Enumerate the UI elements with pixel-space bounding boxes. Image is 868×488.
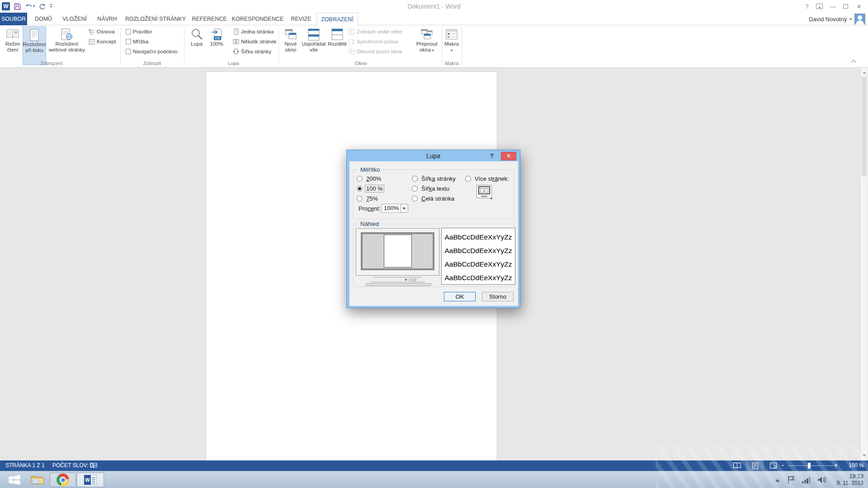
radio-200[interactable] <box>357 176 363 182</box>
tab-revize[interactable]: REVIZE <box>288 13 315 25</box>
tab-rozlozeni-stranky[interactable]: ROZLOŽENÍ STRÁNKY <box>123 13 188 25</box>
help-button[interactable]: ? <box>802 0 812 13</box>
gridlines-checkbox-box[interactable] <box>126 39 131 44</box>
radio-whole-page[interactable] <box>412 196 418 202</box>
maximize-button[interactable] <box>840 0 851 13</box>
vertical-scrollbar[interactable] <box>860 68 868 460</box>
redo-button[interactable] <box>37 1 47 12</box>
chrome-taskbar-button[interactable] <box>50 473 76 487</box>
many-pages-monitor-button[interactable] <box>476 185 492 198</box>
print-layout-view-button[interactable] <box>746 460 764 471</box>
tab-navrh[interactable]: NÁVRH <box>94 13 120 25</box>
preview-line: AaBbCcDdEeXxYyZz <box>442 258 515 271</box>
dialog-help-button[interactable]: ? <box>490 152 494 160</box>
network-signal-icon[interactable] <box>799 476 814 484</box>
view-side-by-side-icon <box>348 29 355 35</box>
ruler-checkbox[interactable]: Pravítko <box>126 28 152 36</box>
radio-many-pages-label[interactable]: Více stránek: <box>475 175 509 182</box>
radio-100[interactable] <box>357 186 363 192</box>
proofing-status-button[interactable] <box>87 460 99 471</box>
new-window-button[interactable]: Nové okno <box>281 26 300 65</box>
show-hidden-icons-button[interactable] <box>772 479 783 482</box>
cancel-button[interactable]: Storno <box>482 292 514 301</box>
preview-line: AaBbCcDdEeXxYyZz <box>442 244 515 258</box>
navigation-pane-checkbox-box[interactable] <box>126 49 131 54</box>
spinner-down-arrow[interactable] <box>403 208 406 211</box>
macros-icon <box>446 28 458 41</box>
ruler-checkbox-box[interactable] <box>126 29 131 34</box>
tab-korespondence[interactable]: KORESPONDENCE <box>231 13 285 25</box>
dialog-close-button[interactable]: ✕ <box>501 152 516 160</box>
collapse-ribbon-chevron[interactable] <box>851 60 856 65</box>
zoom-percentage[interactable]: 100 % <box>842 462 864 469</box>
print-layout-button[interactable]: Rozložení při tisku <box>23 26 46 65</box>
radio-whole-page-label[interactable]: Celá stránka <box>421 195 454 202</box>
scroll-up-arrow[interactable] <box>863 70 866 74</box>
undo-button[interactable]: ▾ <box>23 1 37 12</box>
percent-spinner[interactable] <box>401 204 408 213</box>
radio-100-label[interactable]: 100 % <box>365 185 384 192</box>
radio-many-pages[interactable] <box>465 176 471 182</box>
switch-windows-button[interactable]: Přepnout okna ▾ <box>414 26 439 65</box>
file-explorer-button[interactable] <box>27 473 48 487</box>
percent-input[interactable]: 100% <box>381 204 401 213</box>
radio-page-width-label[interactable]: Šířka stránky <box>421 175 456 182</box>
page-width-button[interactable]: Šířka stránky <box>233 47 271 56</box>
volume-icon[interactable] <box>814 475 830 484</box>
zoom-slider-handle[interactable] <box>808 463 811 469</box>
word-app-icon[interactable]: W <box>0 1 12 12</box>
read-mode-view-button[interactable] <box>729 460 745 471</box>
tab-vlozeni[interactable]: VLOŽENÍ <box>59 13 90 25</box>
radio-page-width[interactable] <box>412 176 418 182</box>
radio-text-width-label[interactable]: Šířka textu <box>421 185 449 192</box>
radio-75[interactable] <box>357 196 363 202</box>
save-button[interactable] <box>12 1 23 12</box>
tab-soubor[interactable]: SOUBOR <box>0 13 27 25</box>
zoom-in-button[interactable]: + <box>834 462 838 469</box>
split-button[interactable]: Rozdělit <box>327 26 347 65</box>
scrollbar-thumb[interactable] <box>862 77 867 176</box>
radio-200-label[interactable]: 200% <box>366 175 381 182</box>
navigation-pane-checkbox[interactable]: Navigační podokno <box>126 47 177 56</box>
taskbar-clock[interactable]: 18:13 9. 11. 2013 <box>837 473 863 487</box>
web-layout-view-button[interactable] <box>765 460 781 471</box>
undo-icon <box>25 3 33 9</box>
ok-button[interactable]: OK <box>444 292 476 301</box>
zoom-button[interactable]: Lupa <box>188 26 206 65</box>
radio-75-label[interactable]: 75% <box>366 195 378 202</box>
ribbon-display-options-button[interactable] <box>814 0 825 13</box>
draft-view-button[interactable]: Koncept <box>89 38 116 46</box>
arrange-all-button[interactable]: Uspořádat vše <box>301 26 326 65</box>
tab-zobrazeni[interactable]: ZOBRAZENÍ <box>316 13 358 26</box>
close-button[interactable]: ✕ <box>854 0 864 13</box>
tab-reference[interactable]: REFERENCE <box>191 13 228 25</box>
read-mode-button[interactable]: Režim čtení <box>4 26 22 65</box>
outline-view-button[interactable]: Osnova <box>89 28 115 36</box>
action-center-flag-icon[interactable] <box>783 475 799 484</box>
windows-logo-icon <box>8 474 21 486</box>
user-avatar[interactable] <box>854 14 865 24</box>
ribbon-group-zobrazit: Pravítko Mřížka Navigační podokno Zobraz… <box>120 25 184 67</box>
gridlines-checkbox[interactable]: Mřížka <box>126 38 149 46</box>
macros-button[interactable]: Makra ▾ <box>443 26 460 65</box>
one-page-button[interactable]: Jedna stránka <box>233 28 274 36</box>
page-indicator[interactable]: STRÁNKA 1 Z 1 <box>5 462 45 469</box>
scroll-down-arrow[interactable] <box>863 455 866 458</box>
tab-domu[interactable]: DOMŮ <box>32 13 55 25</box>
web-layout-button[interactable]: Rozložení webové stránky <box>47 26 87 65</box>
dialog-title[interactable]: Lupa <box>347 150 520 161</box>
zoom-100-button[interactable]: 100 100% <box>208 26 226 65</box>
start-button[interactable] <box>4 473 25 487</box>
radio-text-width[interactable] <box>412 186 418 192</box>
account-area[interactable]: David Novotný ▾ <box>809 14 865 24</box>
word-taskbar-button[interactable]: W <box>77 473 104 487</box>
read-mode-icon <box>6 28 19 41</box>
customize-qat-button[interactable]: ▾ <box>47 1 55 12</box>
zoom-out-button[interactable]: - <box>782 462 783 469</box>
many-pages-caret[interactable]: ▾ <box>491 197 492 201</box>
preview-line: AaBbCcDdEeXxYyZz <box>442 230 515 244</box>
word-count[interactable]: POČET SLOV: 0 <box>52 462 93 469</box>
multiple-pages-button[interactable]: Několik stránek <box>233 38 277 46</box>
minimize-button[interactable]: — <box>827 0 838 13</box>
zoom-slider-track[interactable] <box>788 465 834 466</box>
